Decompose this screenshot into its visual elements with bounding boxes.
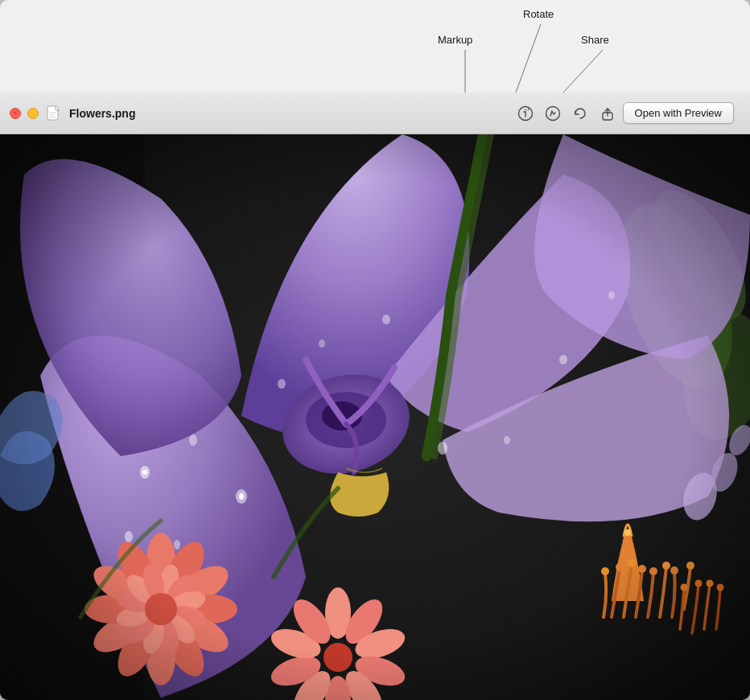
markup-icon [545,105,561,121]
window-title: Flowers.png [69,107,135,120]
file-icon [47,105,61,121]
info-button[interactable] [513,101,538,126]
rotate-icon [572,105,588,121]
image-area [0,134,750,700]
quick-look-window: Markup Rotate Share Flowers.png [0,0,750,700]
svg-line-2 [563,50,603,93]
open-with-preview-button[interactable]: Open with Preview [623,102,734,124]
svg-rect-4 [49,112,56,113]
share-icon [600,105,616,121]
markup-button[interactable] [541,101,565,126]
close-button[interactable] [10,108,21,119]
titlebar: Flowers.png [0,93,750,134]
svg-rect-86 [0,134,750,700]
traffic-lights [10,108,39,119]
svg-line-1 [516,24,541,93]
svg-point-8 [525,109,526,110]
share-tooltip: Share [581,34,609,46]
markup-tooltip: Markup [438,34,472,46]
share-button[interactable] [595,101,620,126]
pointer-lines [0,0,750,93]
toolbar-icons: Open with Preview [513,101,734,126]
minimize-button[interactable] [27,108,39,119]
svg-rect-5 [49,114,55,116]
flower-image [0,134,750,700]
rotate-tooltip: Rotate [523,8,554,20]
info-icon [517,105,534,121]
svg-rect-6 [49,117,56,118]
tooltip-area: Markup Rotate Share [0,0,750,93]
rotate-button[interactable] [568,101,592,126]
